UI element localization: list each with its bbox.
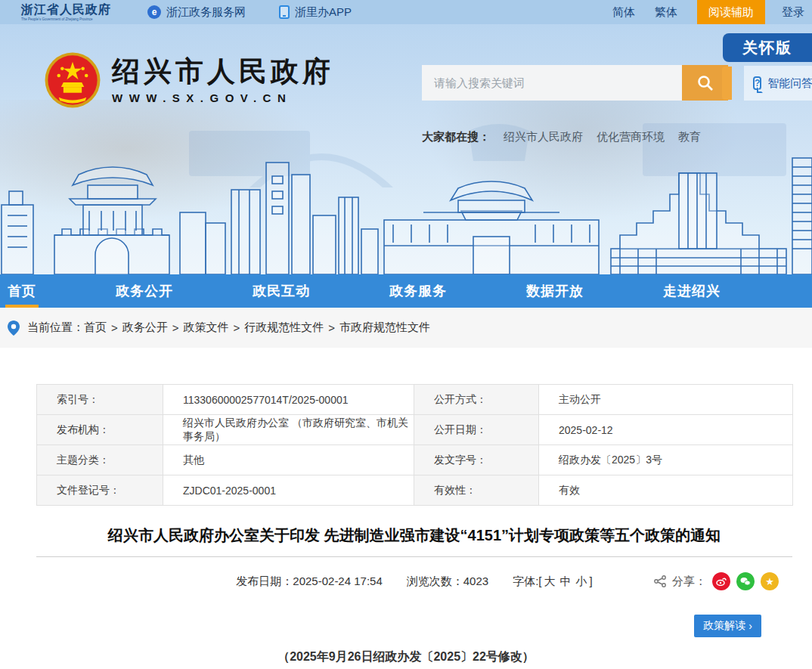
publish-date-value: 2025-02-24 17:54 — [293, 575, 382, 587]
gov-service-icon: e — [147, 5, 161, 19]
breadcrumb-city-gov-docs[interactable]: 市政府规范性文件 — [339, 321, 430, 335]
publicity-method-label: 公开方式： — [414, 385, 539, 415]
hot-search-label: 大家都在搜： — [422, 130, 490, 144]
wechat-share-icon[interactable] — [736, 572, 755, 590]
nav-item-open-data[interactable]: 数据开放 — [526, 274, 584, 308]
index-number-value: 11330600002577014T/2025-00001 — [163, 385, 414, 415]
share-label: 分享： — [672, 575, 706, 589]
table-row: 发布机构： 绍兴市人民政府办公室 （市政府研究室、市机关事务局） 公开日期： 2… — [37, 415, 793, 445]
article-meta-row: 发布日期：2025-02-24 17:54 浏览次数：4023 字体:[大中小]… — [36, 571, 792, 592]
nav-item-interaction[interactable]: 政民互动 — [253, 274, 310, 308]
reading-aid-button[interactable]: 阅读辅助 — [697, 0, 765, 24]
nav-item-services[interactable]: 政务服务 — [389, 274, 447, 308]
national-emblem — [44, 51, 101, 109]
weibo-share-icon[interactable] — [712, 572, 730, 590]
doc-number-value: 绍政办发〔2025〕3号 — [539, 445, 793, 475]
breadcrumb: 当前位置： 首页 > 政务公开 > 政策文件 > 行政规范性文件 > 市政府规范… — [0, 308, 812, 348]
font-size-control: 字体:[大中小] — [513, 575, 593, 589]
validity-label: 有效性： — [414, 475, 539, 506]
zhejiang-gov-logo[interactable]: 浙江省人民政府 The People's Government of Zheji… — [21, 4, 111, 21]
document-content: 索引号： 11330600002577014T/2025-00001 公开方式：… — [0, 384, 812, 665]
hot-search-row: 大家都在搜： 绍兴市人民政府 优化营商环境 教育 — [422, 130, 701, 144]
hot-search-link-1[interactable]: 优化营商环境 — [597, 130, 665, 144]
zheliban-label: 浙里办APP — [295, 5, 352, 20]
nav-item-home[interactable]: 首页 — [8, 274, 36, 308]
chevron-right-icon: › — [748, 620, 752, 632]
share-bar: 分享： ★ — [654, 571, 779, 592]
nav-item-gov-info[interactable]: 政务公开 — [116, 274, 173, 308]
publicity-date-value: 2025-02-12 — [539, 415, 793, 445]
search-input[interactable] — [422, 65, 682, 101]
site-title: 绍兴市人民政府 — [112, 56, 334, 87]
publish-date: 发布日期：2025-02-24 17:54 — [236, 575, 382, 589]
issuing-agency-value: 绍兴市人民政府办公室 （市政府研究室、市机关事务局） — [163, 415, 414, 445]
breadcrumb-separator: > — [111, 321, 118, 334]
hot-search-link-2[interactable]: 教育 — [678, 130, 701, 144]
policy-button-label: 政策解读 — [703, 619, 745, 633]
breadcrumb-separator: > — [328, 321, 335, 334]
doc-info-table: 索引号： 11330600002577014T/2025-00001 公开方式：… — [36, 384, 793, 506]
breadcrumb-home[interactable]: 首页 — [84, 321, 107, 335]
table-row: 文件登记号： ZJDC01-2025-0001 有效性： 有效 — [37, 475, 793, 506]
gov-service-link[interactable]: e 浙江政务服务网 — [147, 5, 246, 20]
publish-date-label: 发布日期： — [236, 575, 293, 587]
views-label: 浏览次数： — [407, 575, 463, 587]
font-size-large-button[interactable]: 大 — [544, 575, 555, 587]
orange-side-tab[interactable] — [722, 67, 732, 100]
site-url: WWW.SX.GOV.CN — [112, 91, 334, 104]
search-icon — [696, 74, 714, 92]
policy-row: 政策解读 › — [36, 615, 792, 637]
topic-category-value: 其他 — [163, 445, 414, 475]
breadcrumb-gov-info[interactable]: 政务公开 — [122, 321, 168, 335]
smart-qa-button[interactable]: ? 智能问答 — [744, 66, 812, 101]
index-number-label: 索引号： — [37, 385, 163, 415]
breadcrumb-separator: > — [172, 321, 179, 334]
table-row: 索引号： 11330600002577014T/2025-00001 公开方式：… — [37, 385, 793, 415]
care-version-button[interactable]: 关怀版 — [723, 33, 812, 62]
nav-item-about-shaoxing[interactable]: 走进绍兴 — [663, 274, 721, 308]
main-nav: 首页 政务公开 政民互动 政务服务 数据开放 走进绍兴 — [0, 274, 812, 308]
font-size-label-close: ] — [589, 575, 592, 587]
breadcrumb-separator: > — [234, 321, 240, 334]
qzone-share-icon[interactable]: ★ — [761, 572, 779, 590]
zhejiang-gov-subtitle: The People's Government of Zhejiang Prov… — [21, 17, 102, 21]
validity-value: 有效 — [539, 475, 793, 506]
font-size-small-button[interactable]: 小 — [575, 575, 587, 587]
policy-interpretation-button[interactable]: 政策解读 › — [694, 615, 761, 637]
title-divider — [36, 556, 792, 557]
gov-service-label: 浙江政务服务网 — [166, 5, 246, 20]
issuing-agency-label: 发布机构： — [37, 415, 163, 445]
share-icon — [654, 575, 666, 587]
phone-icon — [279, 5, 290, 19]
font-size-label: 字体:[ — [513, 575, 541, 587]
question-bubble-icon: ? — [753, 76, 761, 90]
login-button[interactable]: 登录 — [782, 5, 804, 20]
top-bar: 浙江省人民政府 The People's Government of Zheji… — [0, 0, 812, 24]
lang-traditional-button[interactable]: 繁体 — [655, 5, 677, 20]
views-value: 4023 — [463, 575, 488, 587]
breadcrumb-normative-docs[interactable]: 行政规范性文件 — [244, 321, 324, 335]
zhejiang-gov-name: 浙江省人民政府 — [21, 4, 111, 16]
revision-note: （2025年9月26日绍政办发〔2025〕22号修改） — [0, 649, 812, 665]
registration-number-label: 文件登记号： — [37, 475, 163, 506]
hot-search-link-0[interactable]: 绍兴市人民政府 — [504, 130, 583, 144]
zheliban-app-link[interactable]: 浙里办APP — [279, 5, 352, 20]
breadcrumb-label: 当前位置： — [27, 321, 84, 335]
location-pin-icon — [8, 321, 20, 336]
search-bar — [422, 65, 728, 101]
doc-number-label: 发文字号： — [414, 445, 539, 475]
header-banner: 绍兴市人民政府 WWW.SX.GOV.CN 大家都在搜： 绍兴市人民政府 优化营… — [0, 24, 812, 274]
breadcrumb-policy-docs[interactable]: 政策文件 — [184, 321, 229, 335]
publicity-method-value: 主动公开 — [539, 385, 793, 415]
font-size-medium-button[interactable]: 中 — [559, 575, 571, 587]
publicity-date-label: 公开日期： — [414, 415, 539, 445]
page-title: 绍兴市人民政府办公室关于印发 先进制造业强市建设“4151”计划专项政策等五个政… — [36, 525, 792, 546]
topic-category-label: 主题分类： — [37, 445, 163, 475]
view-count: 浏览次数：4023 — [407, 575, 488, 589]
smart-qa-label: 智能问答 — [767, 76, 812, 91]
search-button[interactable] — [682, 65, 728, 101]
lang-simplified-button[interactable]: 简体 — [612, 5, 635, 20]
registration-number-value: ZJDC01-2025-0001 — [163, 475, 414, 506]
table-row: 主题分类： 其他 发文字号： 绍政办发〔2025〕3号 — [37, 445, 793, 475]
